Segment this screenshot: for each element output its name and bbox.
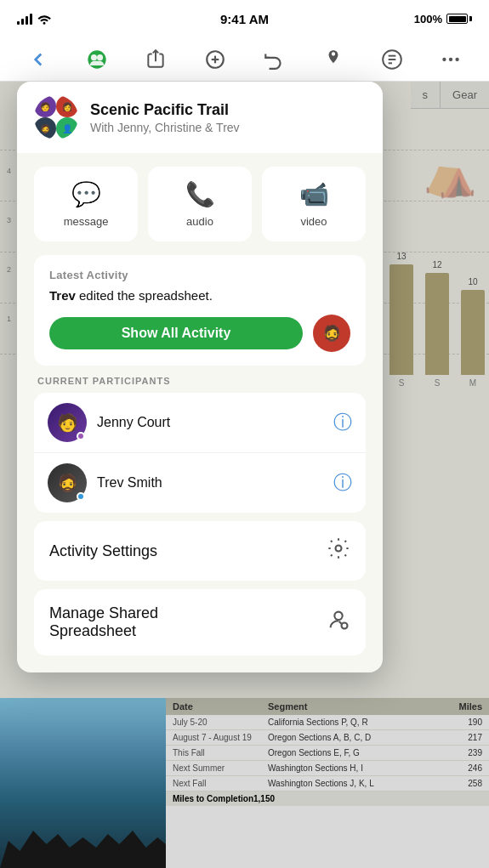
trev-avatar: 🧔 [48, 463, 87, 502]
trev-status-dot [77, 492, 85, 501]
undo-button[interactable] [257, 43, 291, 77]
jenny-name: Jenny Court [97, 415, 323, 430]
svg-point-12 [456, 57, 459, 60]
wifi-icon [37, 13, 52, 25]
signal-area [17, 13, 52, 25]
trev-info-icon[interactable]: ⓘ [333, 470, 352, 496]
participants-label: CURRENT PARTICIPANTS [34, 376, 366, 386]
jenny-avatar: 🧑 [48, 403, 87, 442]
message-icon: 💬 [71, 180, 101, 208]
activity-section: Latest Activity Trev edited the spreadsh… [34, 255, 366, 366]
svg-point-2 [97, 54, 103, 60]
activity-settings-label: Activity Settings [49, 542, 157, 560]
svg-point-10 [443, 57, 446, 60]
action-row: 💬 message 📞 audio 📹 video [17, 153, 383, 255]
toolbar [0, 37, 489, 82]
popup-subtitle: With Jenny, Christine & Trev [90, 121, 366, 134]
popup-header-info: Scenic Pacific Trail With Jenny, Christi… [90, 101, 366, 134]
avatar-christine: 👩 [56, 95, 78, 117]
manage-label: Manage Shared Spreadsheet [49, 604, 158, 640]
svg-point-13 [336, 546, 342, 552]
time-display: 9:41 AM [220, 12, 269, 26]
avatar-jenny: 🧑 [34, 95, 56, 117]
signal-icon [17, 13, 32, 25]
comment-button[interactable] [375, 43, 409, 77]
activity-settings-card[interactable]: Activity Settings [34, 521, 366, 581]
group-avatar: 🧑 👩 🧔 👤 [34, 95, 78, 139]
more-button[interactable] [434, 43, 468, 77]
svg-point-14 [334, 612, 342, 620]
participant-trev[interactable]: 🧔 Trev Smith ⓘ [34, 453, 366, 513]
video-button[interactable]: 📹 video [262, 167, 366, 241]
show-all-activity-button[interactable]: Show All Activity [49, 317, 303, 349]
jenny-status-dot [77, 432, 85, 440]
audio-label: audio [186, 215, 213, 228]
message-button[interactable]: 💬 message [34, 167, 138, 241]
back-button[interactable] [21, 43, 55, 77]
activity-rest: edited the spreadsheet. [76, 288, 213, 303]
battery-icon [446, 14, 472, 24]
jenny-info-icon[interactable]: ⓘ [333, 410, 352, 435]
activity-text: Trev edited the spreadsheet. [49, 288, 350, 303]
pin-button[interactable] [316, 43, 350, 77]
activity-name: Trev [49, 288, 76, 303]
manage-share-icon [327, 608, 350, 637]
manage-spreadsheet-card[interactable]: Manage Shared Spreadsheet [34, 589, 366, 655]
audio-icon: 📞 [185, 180, 215, 208]
status-bar: 9:41 AM 100% [0, 0, 489, 37]
message-label: message [64, 215, 109, 228]
popup-title: Scenic Pacific Trail [90, 101, 366, 119]
video-label: video [300, 215, 327, 228]
popup-card: 🧑 👩 🧔 👤 Scenic Pacific Trail With Jenny,… [17, 82, 383, 672]
popup-header: 🧑 👩 🧔 👤 Scenic Pacific Trail With Jenny,… [17, 82, 383, 153]
avatar-trev: 🧔 [34, 117, 56, 139]
svg-point-1 [91, 54, 97, 60]
collaborate-button[interactable] [80, 43, 114, 77]
participant-jenny[interactable]: 🧑 Jenny Court ⓘ [34, 393, 366, 453]
svg-point-11 [449, 57, 452, 60]
activity-row: Show All Activity 🧔 [49, 315, 350, 352]
participants-section: CURRENT PARTICIPANTS 🧑 Jenny Court ⓘ 🧔 T… [34, 376, 366, 513]
avatar-extra: 👤 [56, 117, 78, 139]
activity-user-avatar: 🧔 [313, 315, 350, 352]
battery-percent: 100% [414, 13, 442, 26]
trev-name: Trev Smith [97, 475, 323, 491]
add-button[interactable] [198, 43, 232, 77]
share-button[interactable] [139, 43, 173, 77]
svg-point-0 [88, 50, 105, 68]
participants-card: 🧑 Jenny Court ⓘ 🧔 Trev Smith ⓘ [34, 393, 366, 513]
settings-gear-icon [327, 536, 350, 565]
activity-section-title: Latest Activity [49, 269, 350, 281]
video-icon: 📹 [299, 180, 329, 208]
audio-button[interactable]: 📞 audio [148, 167, 252, 241]
battery-area: 100% [414, 13, 472, 26]
